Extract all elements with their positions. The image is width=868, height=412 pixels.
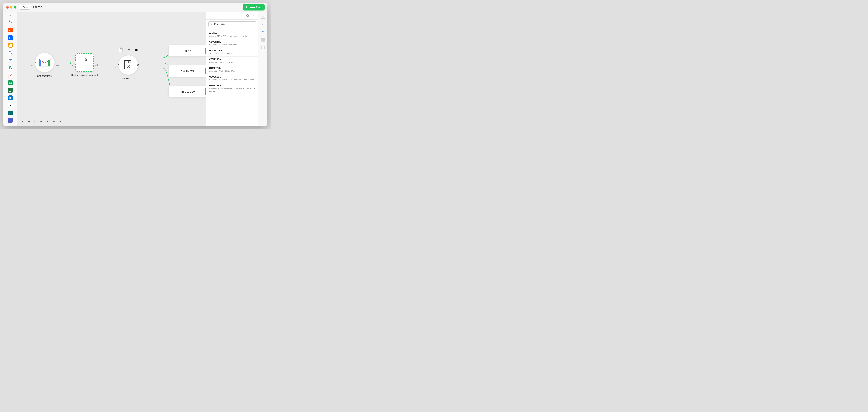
sidebar-item-barchart[interactable] [7,42,14,48]
svg-rect-9 [11,43,12,47]
filter-input-wrapper [207,20,258,29]
datauri2file-action-box[interactable]: DataUri2File [168,65,206,77]
action-item-html2xlsx[interactable]: HTML2XLSX Convert a HTML table file to X… [207,83,258,94]
sidebar-item-google-calendar[interactable]: 31 [7,57,14,64]
svg-text:X: X [9,89,11,92]
json2xlsx-out-label: out [140,66,143,68]
fullscreen-button[interactable] [14,6,16,8]
action-item-csv2html[interactable]: CSV2HTML Convert a CSV file to HTML tabl… [207,39,258,48]
capture-in-label: in [72,64,73,66]
trash-icon[interactable]: 🗑 [135,47,138,52]
json2xlsx-node[interactable]: in out [118,55,138,75]
svg-rect-10 [8,50,13,55]
sidebar-item-zapier[interactable]: Z [7,27,14,33]
action-item-html2csv[interactable]: HTML2CSV Convert a HTML table to CSV. [207,65,258,74]
svg-rect-15 [9,59,12,60]
settings-icon-button[interactable] [245,13,250,18]
traffic-lights [6,6,16,8]
sidebar-item-sharepoint[interactable]: S [7,109,14,116]
svg-text:⬡: ⬡ [9,36,11,39]
grid-button[interactable]: ⊞ [51,119,56,124]
datauri2file-label: DataUri2File [181,70,195,73]
action-csv2xlsc-desc: Convert a CSV file to XLSX Excel 2007+ X… [209,78,255,81]
svg-rect-67 [261,38,265,41]
svg-text:O: O [9,97,11,100]
sidebar-item-teams[interactable]: T [7,117,14,124]
close-panel-button[interactable]: ✕ [251,13,256,18]
start-flow-button[interactable]: Start flow [243,4,265,10]
svg-rect-8 [10,44,11,47]
sidebar-item-icloud[interactable]: ☁ [7,102,14,109]
right-panel-google-drive-icon[interactable] [260,29,266,35]
sidebar-expand-icon[interactable]: » [10,14,11,16]
datauri2file-port [205,68,206,74]
action-csv2json-desc: Convert a CSV file to JSON. [209,61,255,64]
minimize-button[interactable] [10,6,12,8]
scissors-icon[interactable]: ✂ [127,47,130,52]
action-archive-desc: Create a ZIP or TAR archive from a set o… [209,35,255,37]
getattachment-label: GetAttachment [37,75,52,77]
getattachment-in-label: in [31,64,33,66]
action-item-csv2json[interactable]: CSV2JSON Convert a CSV file to JSON. [207,57,258,65]
clipboard-icon[interactable]: 📋 [118,47,123,52]
json2xlsx-in-label: in [115,66,116,68]
gmail-logo [39,58,51,67]
back-label: Back [23,6,28,8]
right-panel-split-icon[interactable] [260,44,266,50]
titlebar: ‹ Back Editor Start flow [3,3,267,12]
capture-label: Capture generic document [71,74,98,76]
right-panel: ✕ Archive Create a ZIP or TAR archive fr… [206,12,258,126]
undo-button[interactable]: ↩ [20,119,25,124]
getattachment-node[interactable]: in [35,53,55,77]
action-item-datauri2file[interactable]: DataUri2File Transform a Data URI to fil… [207,48,258,57]
sidebar-search[interactable] [7,18,14,25]
document-icon [80,58,89,68]
canvas-area: in [18,12,206,126]
capture-out-label: out [95,64,98,66]
sidebar-item-google-search[interactable] [7,49,14,56]
sidebar-item-google-drive[interactable] [7,64,14,71]
svg-rect-73 [263,46,265,49]
close-button[interactable] [6,6,9,8]
sidebar-item-outlook[interactable]: O [7,94,14,101]
action-archive-title: Archive [209,32,255,34]
svg-rect-72 [261,46,263,49]
html2csv-action-box[interactable]: HTML2CSV [168,86,206,98]
back-arrow-icon: ‹ [21,6,22,8]
start-flow-label: Start flow [249,6,261,9]
action-datauri2file-title: DataUri2File [209,49,255,52]
svg-line-1 [11,22,12,22]
svg-line-62 [263,24,264,25]
sidebar-item-google-sheets[interactable] [7,79,14,86]
action-html2csv-title: HTML2CSV [209,67,255,69]
back-button[interactable]: ‹ Back [19,5,30,9]
sidebar-item-dropbox[interactable]: ⬡ [7,34,14,41]
capture-node[interactable]: in out Capture g [71,54,98,76]
filter-search-icon [210,23,213,26]
svg-text:☁: ☁ [9,104,12,107]
svg-point-61 [263,18,263,18]
right-panel-table-icon[interactable] [260,37,266,43]
sidebar-item-gmail[interactable] [7,72,14,78]
fit-button[interactable]: ⊡ [33,119,37,124]
zoom-in-button[interactable]: ⊕ [39,119,44,124]
svg-rect-7 [9,45,10,47]
redo-button[interactable]: ↪ [26,119,31,124]
table-button[interactable]: ≡ [58,119,62,124]
right-panel-warning-icon[interactable] [260,14,266,20]
svg-text:Z: Z [9,29,10,32]
file-icon [124,60,133,70]
archive-action-box[interactable]: Archive [168,45,206,57]
right-panel-expand-icon[interactable] [260,22,266,28]
svg-line-58 [212,24,213,25]
filter-input[interactable] [209,21,256,27]
action-csv2html-title: CSV2HTML [209,40,255,43]
main-area: » Z ⬡ 31 [3,12,267,126]
zoom-out-button[interactable]: ⊖ [45,119,50,124]
action-csv2xlsc-title: CSV2XLSC [209,75,255,78]
action-csv2json-title: CSV2JSON [209,58,255,61]
action-item-archive[interactable]: Archive Create a ZIP or TAR archive from… [207,30,258,39]
action-item-csv2xlsc[interactable]: CSV2XLSC Convert a CSV file to XLSX Exce… [207,74,258,83]
sidebar-item-excel[interactable]: X [7,87,14,94]
app-window: ‹ Back Editor Start flow » Z ⬡ [3,3,267,126]
